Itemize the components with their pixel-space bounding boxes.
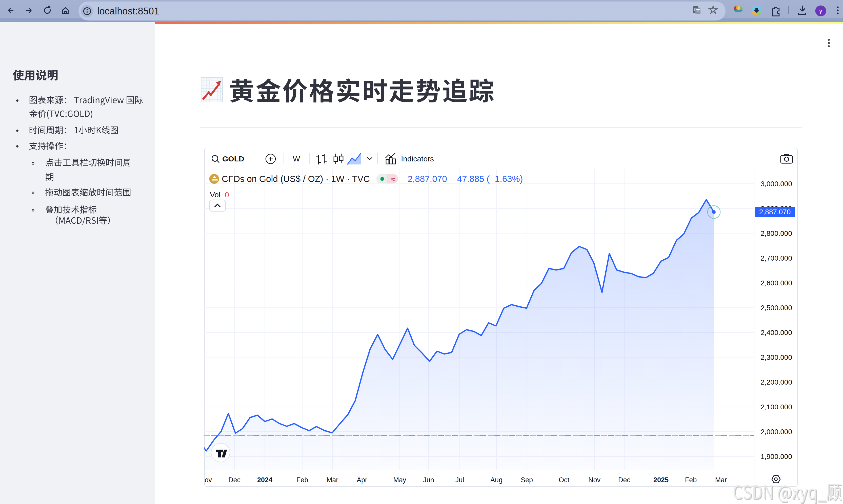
svg-text:1,900.000: 1,900.000 xyxy=(760,453,792,461)
svg-text:0: 0 xyxy=(225,191,229,199)
svg-text:GOLD: GOLD xyxy=(222,155,244,163)
svg-text:2,887.070: 2,887.070 xyxy=(759,208,791,216)
svg-text:Nov: Nov xyxy=(588,476,601,484)
svg-text:Mar: Mar xyxy=(715,476,727,484)
svg-text:Jun: Jun xyxy=(423,476,434,484)
svg-text:Jul: Jul xyxy=(455,476,464,484)
svg-text:Nov: Nov xyxy=(204,476,212,484)
svg-text:localhost:8501: localhost:8501 xyxy=(97,6,159,16)
svg-text:Mar: Mar xyxy=(327,476,338,484)
svg-text:2,800.000: 2,800.000 xyxy=(760,230,792,237)
svg-text:2024: 2024 xyxy=(257,476,273,484)
svg-text:Apr: Apr xyxy=(357,476,367,484)
svg-text:Aug: Aug xyxy=(490,476,503,484)
svg-text:2,100.000: 2,100.000 xyxy=(760,403,792,411)
svg-text:2,700.000: 2,700.000 xyxy=(760,254,792,262)
svg-text:W: W xyxy=(293,155,300,163)
svg-text:Indicators: Indicators xyxy=(401,155,434,163)
svg-text:2,500.000: 2,500.000 xyxy=(760,304,792,312)
svg-text:2,887.070 −47.885 (−1.63%): 2,887.070 −47.885 (−1.63%) xyxy=(408,174,523,184)
svg-text:y: y xyxy=(819,7,822,14)
svg-text:Dec: Dec xyxy=(228,476,241,484)
svg-text:Sep: Sep xyxy=(521,476,533,484)
svg-text:3,000.000: 3,000.000 xyxy=(760,180,792,188)
svg-text:Oct: Oct xyxy=(559,476,569,484)
svg-text:Feb: Feb xyxy=(685,476,697,484)
svg-text:2,000.000: 2,000.000 xyxy=(760,428,792,436)
svg-text:CFDs on Gold (US$ / OZ) · 1W ·: CFDs on Gold (US$ / OZ) · 1W · TVC xyxy=(222,174,370,184)
svg-text:Feb: Feb xyxy=(296,476,308,484)
svg-text:2025: 2025 xyxy=(653,476,669,484)
svg-text:2,200.000: 2,200.000 xyxy=(760,378,792,386)
svg-text:Dec: Dec xyxy=(618,476,630,484)
svg-text:May: May xyxy=(393,476,406,484)
svg-text:2,300.000: 2,300.000 xyxy=(760,354,792,361)
svg-text:2,400.000: 2,400.000 xyxy=(760,329,792,337)
svg-text:≈: ≈ xyxy=(391,175,395,183)
svg-text:Vol: Vol xyxy=(210,191,221,199)
svg-text:2,600.000: 2,600.000 xyxy=(760,279,792,287)
